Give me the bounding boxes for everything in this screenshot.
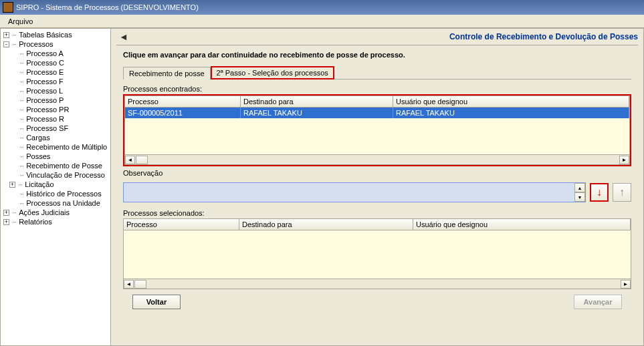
- observacao-input[interactable]: ▲ ▼: [123, 182, 586, 202]
- scroll-left-icon[interactable]: ◄: [124, 280, 134, 289]
- arrow-down-icon: ↓: [597, 186, 602, 198]
- tree-child[interactable]: +···Licitação: [1, 180, 110, 189]
- col-processo[interactable]: Processo: [124, 219, 239, 230]
- found-scrollbar[interactable]: ◄ ►: [125, 154, 629, 164]
- move-up-button[interactable]: ↑: [613, 183, 631, 202]
- tree-child[interactable]: ···Processo L: [1, 86, 110, 96]
- scroll-thumb[interactable]: [136, 156, 148, 164]
- selected-grid[interactable]: Processo Destinado para Usuário que desi…: [123, 218, 631, 289]
- found-grid-header: Processo Destinado para Usuário que desi…: [125, 96, 629, 108]
- tree-child[interactable]: ···Recebimento de Múltiplo: [1, 142, 110, 152]
- app-icon: [3, 2, 13, 13]
- col-destinado[interactable]: Destinado para: [239, 219, 413, 230]
- selected-label: Processos selecionados:: [123, 206, 631, 218]
- tree-processos[interactable]: -···Processos: [1, 39, 110, 49]
- menu-arquivo[interactable]: Arquivo: [3, 16, 38, 27]
- tab-strip: Recebimento de posse 2ª Passo - Seleção …: [116, 65, 638, 79]
- tree-child[interactable]: ···Processo R: [1, 114, 110, 124]
- content-panel: ◄ Controle de Recebimento e Devolução de…: [111, 28, 644, 346]
- scroll-right-icon[interactable]: ►: [621, 280, 631, 289]
- menu-bar: Arquivo: [0, 15, 644, 28]
- col-destinado[interactable]: Destinado para: [241, 96, 393, 107]
- selected-grid-header: Processo Destinado para Usuário que desi…: [124, 219, 631, 230]
- tree-child[interactable]: ···Processo C: [1, 58, 110, 67]
- scroll-right-icon[interactable]: ►: [619, 156, 629, 164]
- tree-child[interactable]: ···Processo E: [1, 67, 110, 77]
- expand-icon[interactable]: +: [9, 182, 15, 188]
- tree-child[interactable]: ···Vinculação de Processo: [1, 170, 110, 180]
- tree-child[interactable]: ···Processo F: [1, 77, 110, 86]
- expand-icon[interactable]: +: [3, 32, 9, 38]
- back-arrow-icon[interactable]: ◄: [116, 31, 131, 42]
- tree-child[interactable]: ···Processo SF: [1, 124, 110, 133]
- arrow-up-icon: ↑: [619, 186, 625, 198]
- expand-icon[interactable]: +: [3, 219, 9, 225]
- tab-selecao-processos[interactable]: 2ª Passo - Seleção dos processos: [211, 66, 334, 79]
- page-title: Controle de Recebimento e Devolução de P…: [449, 32, 638, 41]
- col-usuario[interactable]: Usuário que designou: [413, 219, 631, 230]
- spin-up-icon[interactable]: ▲: [574, 183, 585, 192]
- found-grid[interactable]: Processo Destinado para Usuário que desi…: [124, 96, 630, 165]
- tree-tabelas-basicas[interactable]: +···Tabelas Básicas: [1, 30, 110, 39]
- spin-down-icon[interactable]: ▼: [574, 192, 585, 202]
- tab-recebimento[interactable]: Recebimento de posse: [123, 67, 211, 79]
- found-label: Processos encontrados:: [123, 82, 631, 94]
- tree-child[interactable]: ···Recebimento de Posse: [1, 161, 110, 170]
- window-title: SIPRO - Sistema de Processos (DESENVOLVI…: [16, 3, 199, 11]
- expand-icon[interactable]: +: [3, 210, 9, 216]
- tree-acoes[interactable]: +···Ações Judiciais: [1, 208, 110, 217]
- sidebar-tree: +···Tabelas Básicas -···Processos ···Pro…: [0, 28, 111, 346]
- tree-child[interactable]: ···Posses: [1, 152, 110, 161]
- tree-child[interactable]: ···Processo PR: [1, 105, 110, 114]
- move-down-button[interactable]: ↓: [590, 183, 609, 202]
- tree-child[interactable]: ···Processo P: [1, 96, 110, 105]
- collapse-icon[interactable]: -: [3, 41, 9, 47]
- tree-child[interactable]: ···Processo A: [1, 49, 110, 58]
- instruction-text: Clique em avançar para dar continuidade …: [116, 45, 638, 65]
- scroll-thumb[interactable]: [134, 280, 146, 289]
- tree-child[interactable]: ···Processos na Unidade: [1, 198, 110, 208]
- tree-relatorios[interactable]: +···Relatórios: [1, 217, 110, 226]
- tree-child[interactable]: ···Cargas: [1, 133, 110, 142]
- col-usuario[interactable]: Usuário que designou: [393, 96, 629, 107]
- selected-scrollbar[interactable]: ◄ ►: [124, 279, 631, 289]
- found-grid-highlight: Processo Destinado para Usuário que desi…: [123, 94, 631, 166]
- tree-child[interactable]: ···Histórico de Processos: [1, 189, 110, 198]
- voltar-button[interactable]: Voltar: [132, 295, 181, 309]
- col-processo[interactable]: Processo: [125, 96, 241, 107]
- obs-label: Observação: [123, 166, 631, 178]
- title-bar: SIPRO - Sistema de Processos (DESENVOLVI…: [0, 0, 644, 15]
- avancar-button[interactable]: Avançar: [574, 295, 622, 309]
- scroll-left-icon[interactable]: ◄: [125, 156, 135, 164]
- table-row[interactable]: SF-000005/2011 RAFAEL TAKAKU RAFAEL TAKA…: [125, 108, 629, 118]
